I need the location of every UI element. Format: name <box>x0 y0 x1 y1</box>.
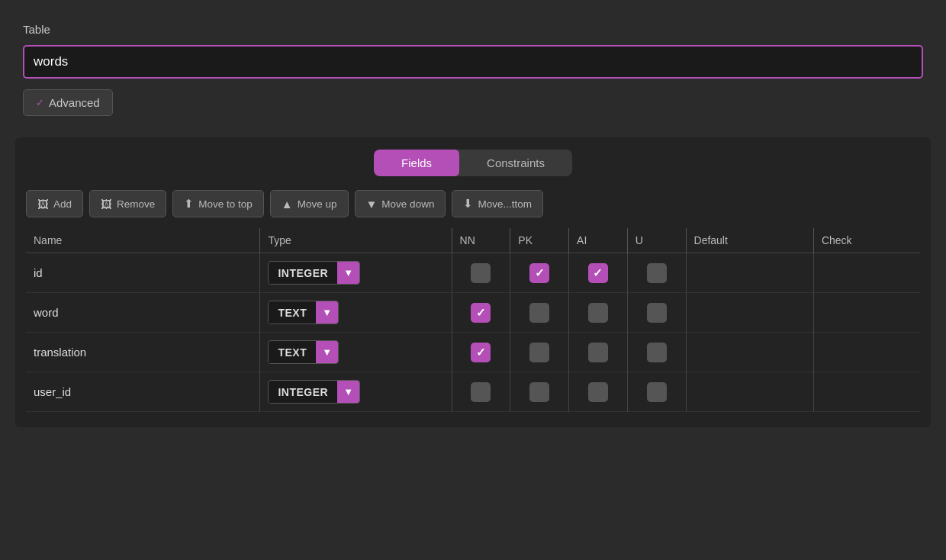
col-header-nn: NN <box>452 228 510 253</box>
fields-section: Fields Constraints 🖼 Add 🖼 Remove ⬆ Move… <box>15 137 931 427</box>
col-header-default: Default <box>686 228 813 253</box>
u-checkbox[interactable] <box>647 382 667 402</box>
field-name-cell: user_id <box>26 372 260 412</box>
tab-fields[interactable]: Fields <box>374 150 459 176</box>
field-u-cell <box>627 293 686 333</box>
field-type-cell: TEXT ▼ <box>260 293 452 333</box>
pk-checkbox[interactable] <box>529 263 549 283</box>
field-ai-cell <box>569 293 628 333</box>
move-up-icon: ▲ <box>282 198 293 211</box>
type-select-wrapper: TEXT ▼ <box>268 301 339 324</box>
remove-button-label: Remove <box>117 198 155 210</box>
field-nn-cell <box>452 333 510 372</box>
field-default-cell <box>686 372 813 412</box>
field-type-cell: INTEGER ▼ <box>260 253 452 293</box>
field-ai-cell <box>569 333 628 372</box>
move-to-bottom-label: Move...ttom <box>478 198 532 210</box>
type-dropdown-button[interactable]: ▼ <box>337 381 359 403</box>
add-button[interactable]: 🖼 Add <box>26 190 83 217</box>
field-check-cell <box>813 372 920 412</box>
move-to-top-label: Move to top <box>198 198 253 210</box>
move-up-button[interactable]: ▲ Move up <box>270 190 349 217</box>
u-checkbox[interactable] <box>647 263 667 283</box>
col-header-u: U <box>627 228 686 253</box>
move-down-label: Move down <box>381 198 434 210</box>
field-ai-cell <box>569 372 628 412</box>
ai-checkbox[interactable] <box>588 303 608 323</box>
field-ai-cell <box>569 253 628 293</box>
main-container: Table ✓ Advanced Fields Constraints 🖼 Ad… <box>0 0 946 443</box>
move-to-bottom-button[interactable]: ⬇ Move...ttom <box>452 190 543 217</box>
field-type-cell: TEXT ▼ <box>260 333 452 372</box>
field-pk-cell <box>510 293 569 333</box>
pk-checkbox[interactable] <box>529 303 549 323</box>
type-select-label: INTEGER <box>269 381 337 403</box>
pk-checkbox[interactable] <box>529 343 549 362</box>
table-label: Table <box>23 23 923 36</box>
field-pk-cell <box>510 333 569 372</box>
type-select-wrapper: TEXT ▼ <box>268 340 339 364</box>
nn-checkbox[interactable] <box>471 382 491 402</box>
toolbar: 🖼 Add 🖼 Remove ⬆ Move to top ▲ Move up ▼… <box>26 190 920 217</box>
field-u-cell <box>627 253 686 293</box>
u-checkbox[interactable] <box>647 303 667 323</box>
field-default-cell <box>686 253 813 293</box>
move-up-label: Move up <box>298 198 337 210</box>
move-to-top-icon: ⬆ <box>184 197 194 211</box>
nn-checkbox[interactable] <box>471 343 491 362</box>
field-name-cell: id <box>26 253 260 293</box>
ai-checkbox[interactable] <box>588 263 608 283</box>
tab-bar: Fields Constraints <box>26 150 920 176</box>
advanced-chevron-icon: ✓ <box>36 97 44 108</box>
field-nn-cell <box>452 293 510 333</box>
type-dropdown-button[interactable]: ▼ <box>316 301 338 323</box>
fields-table: Name Type NN PK AI U <box>26 228 920 412</box>
nn-checkbox[interactable] <box>471 303 491 323</box>
type-dropdown-button[interactable]: ▼ <box>337 262 359 284</box>
col-header-type: Type <box>260 228 452 253</box>
advanced-button[interactable]: ✓ Advanced <box>23 89 113 116</box>
field-u-cell <box>627 372 686 412</box>
pk-checkbox[interactable] <box>529 382 549 402</box>
nn-checkbox[interactable] <box>471 263 491 283</box>
tab-group: Fields Constraints <box>374 150 572 176</box>
add-icon: 🖼 <box>37 198 49 211</box>
type-dropdown-button[interactable]: ▼ <box>316 341 338 363</box>
table-row: id INTEGER ▼ <box>26 253 920 293</box>
tab-constraints[interactable]: Constraints <box>459 150 572 176</box>
field-check-cell <box>813 333 920 372</box>
field-pk-cell <box>510 253 569 293</box>
field-u-cell <box>627 333 686 372</box>
field-type-cell: INTEGER ▼ <box>260 372 452 412</box>
move-down-icon: ▼ <box>366 198 378 211</box>
move-down-button[interactable]: ▼ Move down <box>355 190 446 217</box>
field-nn-cell <box>452 253 510 293</box>
col-header-ai: AI <box>569 228 628 253</box>
ai-checkbox[interactable] <box>588 343 608 362</box>
add-button-label: Add <box>53 198 72 210</box>
type-select-wrapper: INTEGER ▼ <box>268 261 360 285</box>
type-select-label: TEXT <box>269 302 316 323</box>
field-name-cell: word <box>26 293 260 333</box>
advanced-button-label: Advanced <box>49 96 100 109</box>
move-to-bottom-icon: ⬇ <box>463 197 473 211</box>
move-to-top-button[interactable]: ⬆ Move to top <box>172 190 264 217</box>
remove-button[interactable]: 🖼 Remove <box>89 190 166 217</box>
type-select-label: INTEGER <box>269 262 337 284</box>
field-check-cell <box>813 293 920 333</box>
col-header-name: Name <box>26 228 260 253</box>
table-name-input[interactable] <box>23 45 923 79</box>
field-nn-cell <box>452 372 510 412</box>
table-row: user_id INTEGER ▼ <box>26 372 920 412</box>
col-header-check: Check <box>813 228 920 253</box>
field-default-cell <box>686 293 813 333</box>
type-select-wrapper: INTEGER ▼ <box>268 380 360 404</box>
table-row: translation TEXT ▼ <box>26 333 920 372</box>
type-select-label: TEXT <box>269 342 316 363</box>
field-pk-cell <box>510 372 569 412</box>
field-check-cell <box>813 253 920 293</box>
remove-icon: 🖼 <box>101 198 112 211</box>
field-name-cell: translation <box>26 333 260 372</box>
ai-checkbox[interactable] <box>588 382 608 402</box>
u-checkbox[interactable] <box>647 343 667 362</box>
